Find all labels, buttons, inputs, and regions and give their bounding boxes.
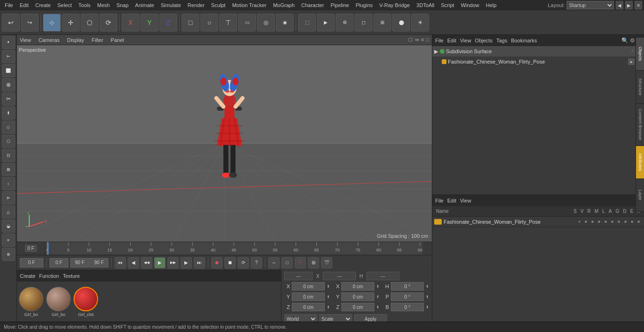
menu-item-motion-tracker[interactable]: Motion Tracker bbox=[229, 1, 269, 9]
material-item-1[interactable]: Girl_bo bbox=[19, 287, 43, 317]
sidebar-knife-button[interactable]: ✂ bbox=[2, 92, 15, 105]
play-forward-button[interactable]: ▶ bbox=[154, 257, 165, 268]
menu-item-vray[interactable]: V-Ray Bridge bbox=[377, 1, 413, 9]
attr-file-btn[interactable]: File bbox=[435, 198, 444, 203]
next-frame-button[interactable]: ▶ bbox=[181, 257, 192, 268]
viewport-canvas[interactable]: Perspective Grid Spacing : 100 cm X Y bbox=[17, 45, 432, 242]
sidebar-uvw-button[interactable]: ⊗ bbox=[2, 78, 15, 91]
layout-btn-x[interactable]: ✕ bbox=[635, 1, 642, 9]
object-row-subdivision[interactable]: ▶ Subdivision Surface ✓ ● bbox=[432, 46, 644, 57]
coord-z-val-input[interactable] bbox=[341, 303, 374, 311]
sidebar-extrude-button[interactable]: ⬆ bbox=[2, 106, 15, 120]
menu-item-character[interactable]: Character bbox=[298, 1, 327, 9]
menu-item-simulate[interactable]: Simulate bbox=[158, 1, 184, 9]
sidebar-paint-button[interactable]: ◒ bbox=[2, 219, 15, 233]
render-button[interactable]: ▶ bbox=[317, 14, 335, 32]
sidebar-smooth-shift-button[interactable]: ⊳ bbox=[2, 191, 15, 204]
attr-view-btn[interactable]: View bbox=[460, 198, 471, 203]
viewport-panel-btn[interactable]: Panel bbox=[111, 37, 124, 43]
camera-button[interactable]: ⬤ bbox=[392, 14, 410, 32]
layout-select[interactable]: Startup bbox=[567, 1, 614, 9]
coord-y-spinner[interactable]: ⬆ bbox=[327, 295, 330, 299]
menu-item-select[interactable]: Select bbox=[55, 1, 75, 9]
y-axis-button[interactable]: Y bbox=[140, 14, 158, 32]
light-button[interactable]: ☀ bbox=[411, 14, 429, 32]
coord-x-val-spinner[interactable]: ⬆ bbox=[376, 284, 380, 289]
coord-x-pos-input[interactable] bbox=[292, 282, 325, 291]
rotate-tool-button[interactable]: ⟳ bbox=[99, 14, 117, 32]
sidebar-magnet-button[interactable]: ↕ bbox=[2, 177, 15, 190]
viewport-settings-icon[interactable]: ≡ bbox=[421, 37, 424, 43]
render-view-button[interactable]: ⬚ bbox=[298, 14, 316, 32]
material-item-2[interactable]: Girl_bo bbox=[46, 287, 71, 317]
coord-h-input[interactable] bbox=[391, 282, 424, 291]
menu-item-sculpt[interactable]: Sculpt bbox=[208, 1, 229, 9]
sidebar-layers-button[interactable]: ≡ bbox=[2, 234, 15, 247]
om-objects-btn[interactable]: Objects bbox=[475, 38, 492, 43]
viewport-expand-icon[interactable]: ⬡ bbox=[408, 37, 413, 43]
next-key-button[interactable]: ▶▶ bbox=[167, 257, 179, 268]
menu-item-window[interactable]: Window bbox=[458, 1, 482, 9]
torus-button[interactable]: ◉ bbox=[276, 14, 294, 32]
om-tags-btn[interactable]: Tags bbox=[496, 38, 507, 43]
sidebar-sculpt-button[interactable]: △ bbox=[2, 205, 15, 219]
coord-y-pos-input[interactable] bbox=[292, 292, 325, 301]
tab-objects[interactable]: Objects bbox=[636, 38, 644, 71]
redo-button[interactable]: ↪ bbox=[21, 14, 39, 32]
layout-btn-right[interactable]: ▶ bbox=[625, 1, 633, 9]
menu-item-snap[interactable]: Snap bbox=[114, 1, 132, 9]
z-axis-button[interactable]: Z bbox=[159, 14, 177, 32]
sidebar-bevel-button[interactable]: ◇ bbox=[2, 121, 15, 134]
coord-z-val-spinner[interactable]: ⬆ bbox=[376, 305, 380, 309]
menu-item-render[interactable]: Render bbox=[185, 1, 207, 9]
coord-p-spinner[interactable]: ⬆ bbox=[426, 295, 429, 299]
sidebar-loop-select-button[interactable]: ⊡ bbox=[2, 149, 15, 162]
cylinder-button[interactable]: ⊤ bbox=[219, 14, 237, 32]
cube-button[interactable]: □ bbox=[182, 14, 199, 32]
key-button[interactable]: □ bbox=[281, 257, 293, 268]
menu-item-create[interactable]: Create bbox=[33, 1, 54, 9]
world-select[interactable]: World bbox=[284, 314, 317, 322]
tab-attributes[interactable]: Attributes bbox=[636, 146, 644, 179]
menu-item-3dtoall[interactable]: 3DToAll bbox=[413, 1, 437, 9]
viewport-sync-icon[interactable]: ⇔ bbox=[415, 37, 419, 43]
coord-b-spinner[interactable]: ⬆ bbox=[426, 305, 429, 309]
object-row-woman[interactable]: Fashionate_Chinese_Woman_Flirty_Pose ■ ● bbox=[432, 57, 644, 67]
sidebar-edges-button[interactable]: ⊢ bbox=[2, 50, 15, 63]
help-button[interactable]: ? bbox=[251, 257, 262, 268]
viewport-cameras-btn[interactable]: Cameras bbox=[39, 37, 60, 43]
prev-frame-button[interactable]: ◀ bbox=[128, 257, 139, 268]
coord-y-val-spinner[interactable]: ⬆ bbox=[376, 295, 380, 299]
sidebar-polygons-button[interactable]: ⬜ bbox=[2, 64, 15, 77]
jump-end-button[interactable]: ⏭ bbox=[194, 257, 205, 268]
record-button[interactable]: ⏺ bbox=[211, 257, 223, 268]
render-settings-button[interactable]: ⚙ bbox=[336, 14, 354, 32]
tab-layer[interactable]: Layer bbox=[636, 179, 644, 212]
menu-item-file[interactable]: File bbox=[2, 1, 16, 9]
loop-button[interactable]: ⟳ bbox=[238, 257, 249, 268]
scale-tool-button[interactable]: ⬡ bbox=[81, 14, 99, 32]
om-view-btn[interactable]: View bbox=[460, 38, 471, 43]
menu-item-script[interactable]: Script bbox=[438, 1, 457, 9]
scale-select[interactable]: Scale bbox=[319, 314, 352, 322]
coord-h-spinner[interactable]: ⬆ bbox=[426, 284, 429, 289]
viewport-filter-btn[interactable]: Filter bbox=[91, 37, 103, 43]
menu-item-edit[interactable]: Edit bbox=[17, 1, 32, 9]
move-key-button[interactable]: ↔ bbox=[268, 257, 280, 268]
layout-btn-left[interactable]: ◀ bbox=[616, 1, 623, 9]
current-frame-input[interactable] bbox=[20, 258, 43, 267]
viewport-view-btn[interactable]: View bbox=[20, 37, 31, 43]
coord-x-val-input[interactable] bbox=[341, 282, 374, 291]
viewport-solo-button[interactable]: ◻ bbox=[355, 14, 372, 32]
menu-item-animate[interactable]: Animate bbox=[132, 1, 157, 9]
render-anim-button[interactable]: 🎬 bbox=[321, 257, 332, 268]
preview-end-input[interactable] bbox=[90, 258, 108, 267]
om-file-btn[interactable]: File bbox=[435, 38, 444, 43]
sidebar-bridge-button[interactable]: ⬡ bbox=[2, 135, 15, 148]
coord-b-input[interactable] bbox=[391, 303, 424, 311]
sidebar-weight-button[interactable]: ⊕ bbox=[2, 248, 15, 261]
material-function-btn[interactable]: Function bbox=[39, 273, 59, 279]
menu-item-help[interactable]: Help bbox=[483, 1, 500, 9]
end-frame-input[interactable] bbox=[70, 258, 89, 267]
tab-structure[interactable]: Structure bbox=[636, 71, 644, 104]
